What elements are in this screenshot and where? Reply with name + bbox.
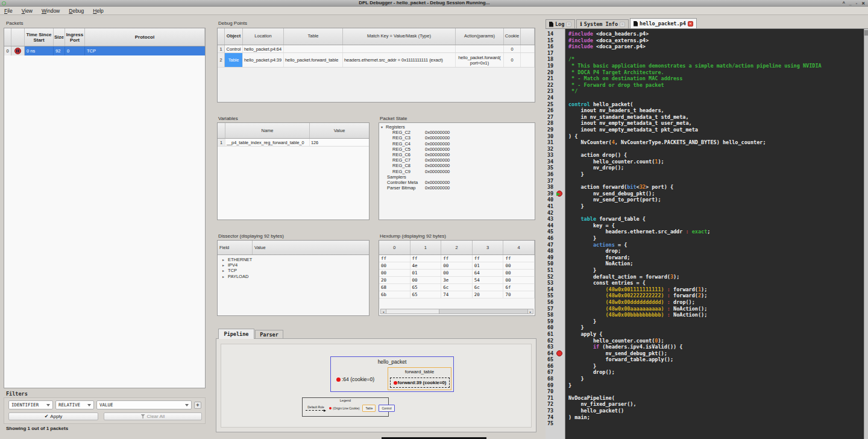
line-number-22[interactable]: 22 [546,82,565,89]
minimize-button[interactable]: _ [849,1,852,6]
line-number-28[interactable]: 28 [546,120,565,127]
packets-col-size[interactable]: Size [54,28,65,46]
packet-state-row[interactable]: Controller Meta0x00000000 [379,180,535,185]
expand-arrow-icon[interactable]: ▸ [222,257,228,262]
line-number-67[interactable]: 67 [546,369,565,376]
line-number-49[interactable]: 49 [546,254,565,261]
line-number-38[interactable]: 38 [546,184,565,191]
line-number-51[interactable]: 51 [546,267,565,274]
line-number-34[interactable]: 34 [546,159,565,165]
line-number-59[interactable]: 59 [546,318,565,325]
menu-item-help[interactable]: Help [93,8,103,14]
line-number-41[interactable]: 41 [546,203,565,210]
dp-col-action[interactable]: Action(params) [456,28,504,45]
packets-col-time[interactable]: Time Since Start [25,28,54,46]
menu-item-file[interactable]: File [4,8,13,14]
dissector-item-ethernet[interactable]: ▸ETHERNET [218,257,369,262]
close-tab-icon[interactable]: ✕ [688,21,693,27]
packet-state-row[interactable]: REG_C70x00000000 [379,157,535,163]
editor-v-scrollbar[interactable] [864,29,868,439]
add-filter-button[interactable]: + [194,402,201,409]
line-number-75[interactable]: 75 [546,420,565,427]
debug-point-row-1[interactable]: 1Controlhello_packet.p4:640 [218,45,535,53]
line-number-23[interactable]: 23 [546,88,565,95]
tab-system-info[interactable]: iSystem Info✕ [576,19,629,28]
pipeline-table-node[interactable]: forward_table forward:39 (cookie=0) [388,367,451,390]
line-number-55[interactable]: 55 [546,292,565,299]
line-number-19[interactable]: 19 [546,63,565,69]
hexdump-col-4[interactable]: 4 [503,241,535,254]
packet-state-row[interactable]: Samplers [379,174,535,180]
maximize-button[interactable]: ▫ [856,1,857,6]
breakpoint-icon[interactable] [556,350,562,356]
line-number-20[interactable]: 20 [546,69,565,76]
line-number-53[interactable]: 53 [546,280,565,286]
line-number-43[interactable]: 43 [546,216,565,223]
scrollbar-thumb[interactable] [864,30,868,36]
packet-state-row[interactable]: REG_C30x00000000 [379,135,535,141]
line-number-69[interactable]: 69 [546,382,565,389]
line-number-40[interactable]: 40 [546,197,565,203]
line-number-29[interactable]: 29 [546,127,565,133]
hexdump-col-2[interactable]: 2 [441,241,473,254]
line-number-17[interactable]: 17 [546,50,565,57]
tab-parser[interactable]: Parser [255,330,283,339]
scroll-right-icon[interactable]: ▸ [527,309,533,314]
packets-col-protocol[interactable]: Protocol [85,28,205,46]
packet-row[interactable]: 0 0 ns 92 0 TCP [4,46,205,55]
line-number-58[interactable]: 58 [546,312,565,318]
dissector-item-tcp[interactable]: ▸TCP [218,268,369,273]
line-number-65[interactable]: 65 [546,356,565,363]
hexdump-col-0[interactable]: 0 [379,241,410,254]
line-number-45[interactable]: 45 [546,229,565,235]
hexdump-col-3[interactable]: 3 [473,241,504,254]
line-number-57[interactable]: 57 [546,306,565,312]
line-number-26[interactable]: 26 [546,107,565,114]
line-number-16[interactable]: 16 [546,43,565,50]
scroll-left-icon[interactable]: ◂ [381,309,386,314]
line-number-15[interactable]: 15 [546,37,565,44]
debug-point-row-2[interactable]: 2Tablehello_packet.p4:39hello_packet.for… [218,53,535,68]
dissector-col-value[interactable]: Value [253,241,369,254]
variable-row[interactable]: 1 __p4_table_index_reg_forward_table_0 1… [218,139,369,147]
dp-col-object[interactable]: Object [225,28,243,45]
var-col-name[interactable]: Name [225,123,310,138]
line-number-24[interactable]: 24 [546,95,565,101]
line-number-32[interactable]: 32 [546,146,565,153]
dissector-item-ipv4[interactable]: ▸IPV4 [218,262,369,268]
packet-state-row[interactable]: REG_C60x00000000 [379,152,535,157]
menu-item-window[interactable]: Window [42,8,60,14]
dp-col-table[interactable]: Table [284,28,343,45]
close-button[interactable]: ✕ [861,1,865,6]
identifier-dropdown[interactable]: IDENTIFIER [8,400,53,409]
control-debug-point[interactable]: :64 (cookie=0) [336,376,374,382]
dp-col-match[interactable]: Match Key = Value/Mask (Type) [343,28,456,45]
packet-state-row[interactable]: Parser Bitmap0x00000000 [379,185,535,191]
line-number-18[interactable]: 18 [546,56,565,63]
packet-state-row[interactable]: ▾Registers [379,124,535,130]
line-number-36[interactable]: 36 [546,171,565,178]
apply-filter-button[interactable]: ✔ Apply [8,412,98,420]
packet-state-row[interactable]: REG_C20x00000000 [379,130,535,135]
value-dropdown[interactable]: VALUE [96,400,192,409]
line-number-60[interactable]: 60 [546,324,565,331]
menu-item-debug[interactable]: Debug [69,8,84,14]
line-number-42[interactable]: 42 [546,210,565,216]
code-editor[interactable]: 1415161718192021222324252627282930313233… [546,28,868,439]
dp-col-cookie[interactable]: Cookie [504,28,521,45]
scrollbar-thumb[interactable] [386,309,439,314]
line-number-27[interactable]: 27 [546,114,565,121]
line-number-14[interactable]: 14 [546,31,565,37]
line-number-30[interactable]: 30 [546,133,565,140]
dissector-col-field[interactable]: Field [218,241,253,254]
packets-col-ingress[interactable]: Ingress Port [65,28,85,46]
shade-button[interactable]: ^ [843,1,845,6]
editor-code-area[interactable]: #include <doca_headers.p4>#include <doca… [565,29,868,439]
expand-arrow-icon[interactable]: ▸ [222,263,228,267]
line-number-54[interactable]: 54 [546,286,565,293]
menu-item-view[interactable]: View [22,8,33,14]
line-number-48[interactable]: 48 [546,248,565,254]
line-number-74[interactable]: 74 [546,414,565,421]
packet-state-row[interactable]: REG_C90x00000000 [379,169,535,174]
line-number-46[interactable]: 46 [546,235,565,242]
